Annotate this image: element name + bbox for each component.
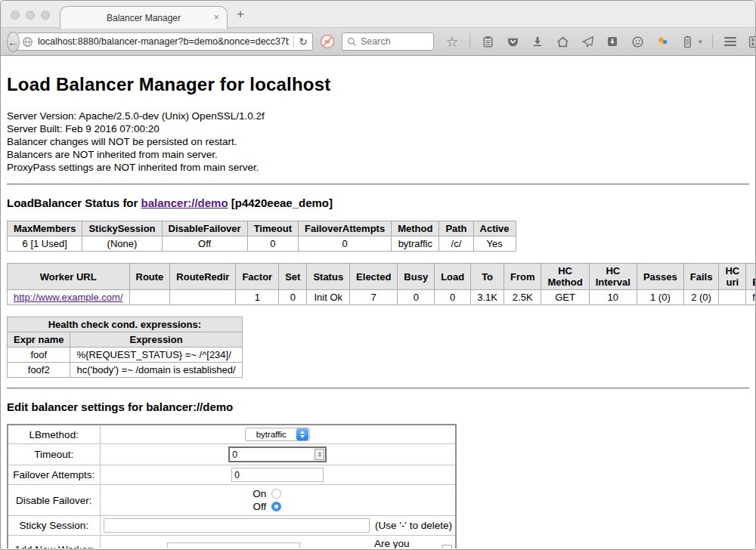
col-load: Load (435, 264, 471, 290)
tab-balancer-manager[interactable]: Balancer Manager × (60, 6, 228, 29)
col-set: Set (279, 264, 307, 290)
persist-note-line: Balancer changes will NOT be persisted o… (7, 135, 749, 148)
col-disablefailover: DisableFailover (162, 221, 247, 236)
timeout-label: Timeout: (8, 444, 100, 465)
cell-routeredir (170, 290, 236, 305)
form-row-sticky: Sticky Session: (Use '-' to delete) (8, 516, 456, 536)
col-status: Status (307, 264, 350, 290)
colored-dots-extension-icon[interactable] (655, 34, 670, 49)
reload-icon[interactable]: ↻ (299, 36, 308, 48)
table-header-row: Worker URL Route RouteRedir Factor Set S… (8, 264, 756, 290)
cell-stickysession: (None) (82, 236, 162, 252)
url-text[interactable]: localhost:8880/balancer-manager?b=demo&n… (38, 36, 289, 47)
chevron-down-icon[interactable]: ▾ (699, 38, 702, 45)
cell-set: 0 (279, 290, 307, 305)
radio-off[interactable] (271, 502, 281, 511)
table-row: foof %{REQUEST_STATUS} =~ /^[234]/ (8, 348, 243, 363)
sticky-label: Sticky Session: (8, 516, 100, 536)
adblock-icon[interactable] (319, 33, 336, 50)
failover-label: Failover Attempts: (8, 465, 100, 485)
globe-icon (22, 36, 33, 48)
toolbar-separator (469, 34, 470, 49)
col-active: Active (473, 221, 516, 236)
status-heading-prefix: LoadBalancer Status for (7, 196, 141, 209)
server-info: Server Version: Apache/2.5.0-dev (Unix) … (7, 110, 749, 174)
timeout-input-wrap (228, 446, 327, 462)
save-to-device-icon[interactable] (605, 34, 620, 49)
col-hc-method: HC Method (541, 264, 589, 290)
table-row: 6 [1 Used] (None) Off 0 0 bytraffic /c/ … (8, 236, 516, 252)
minimize-window-button[interactable] (26, 11, 35, 20)
tab-close-icon[interactable]: × (213, 11, 219, 23)
worker-url-link[interactable]: http://www.example.com/ (14, 292, 123, 303)
bookmark-star-icon[interactable]: ☆ (445, 34, 460, 49)
radio-on-row: On (104, 487, 453, 500)
cell-path: /c/ (439, 236, 473, 252)
status-heading: LoadBalancer Status for balancer://demo … (7, 196, 749, 209)
disable-failover-label: Disable Failover: (8, 485, 100, 516)
url-divider (293, 36, 294, 48)
form-row-disable-failover: Disable Failover: On Off (8, 485, 456, 516)
menu-hamburger-icon[interactable] (723, 34, 738, 49)
lbmethod-select[interactable]: bytraffic (245, 428, 310, 441)
col-route: Route (129, 264, 170, 290)
col-fails: Fails (683, 264, 719, 290)
radio-on[interactable] (271, 489, 281, 499)
cell-active: Yes (473, 236, 516, 252)
home-icon[interactable] (555, 34, 570, 49)
close-window-button[interactable] (11, 11, 20, 20)
cell-expr-name: foof2 (8, 363, 70, 378)
search-bar[interactable] (342, 32, 434, 51)
col-routeredir: RouteRedir (170, 264, 236, 290)
download-icon[interactable] (530, 34, 545, 49)
pocket-icon[interactable] (505, 34, 520, 49)
col-hc-uri: HC uri (719, 264, 746, 290)
table-header-row: Expr name Expression (8, 332, 243, 348)
window-controls (11, 11, 50, 20)
table-row: http://www.example.com/ 1 0 Init Ok 7 0 … (8, 290, 756, 305)
failover-attempts-input[interactable] (231, 468, 324, 482)
col-path: Path (439, 221, 473, 236)
cell-expr-name: foof (8, 348, 70, 363)
cell-hc-expr: foof2 (746, 290, 755, 305)
sticky-hint: (Use '-' to delete) (375, 520, 452, 531)
toolbar-buttons: ☆ (445, 34, 756, 49)
balancer-status-table: MaxMembers StickySession DisableFailover… (7, 221, 516, 252)
col-factor: Factor (236, 264, 279, 290)
cell-load: 0 (435, 290, 471, 305)
add-worker-input[interactable] (167, 542, 300, 549)
table-caption-row: Health check cond. expressions: (8, 317, 243, 332)
tab-grid-icon[interactable] (748, 34, 756, 49)
balancer-demo-link[interactable]: balancer://demo (141, 196, 228, 209)
cell-expression: %{REQUEST_STATUS} =~ /^[234]/ (70, 348, 242, 363)
clipboard-icon[interactable] (480, 34, 495, 49)
timeout-input[interactable] (230, 450, 314, 460)
search-input[interactable] (361, 36, 429, 47)
are-you-sure-checkbox[interactable] (442, 545, 452, 549)
edit-balancer-form: LBmethod: bytraffic Timeout: (7, 424, 457, 548)
col-expression: Expression (70, 332, 242, 348)
new-tab-button[interactable]: + (237, 7, 244, 22)
back-button[interactable]: ← (7, 32, 20, 52)
send-plane-icon[interactable] (580, 34, 595, 49)
col-busy: Busy (398, 264, 435, 290)
col-from: From (503, 264, 541, 290)
cell-fails: 2 (0) (683, 290, 719, 305)
col-maxmembers: MaxMembers (8, 221, 82, 236)
divider (7, 388, 749, 389)
chat-smiley-icon[interactable] (630, 34, 645, 49)
health-check-table: Health check cond. expressions: Expr nam… (7, 317, 243, 378)
form-row-timeout: Timeout: (8, 444, 456, 465)
lbmethod-label: LBmethod: (8, 425, 100, 444)
divider (7, 184, 749, 185)
battery-clipboard-icon[interactable] (680, 34, 695, 49)
zoom-window-button[interactable] (41, 11, 50, 20)
sticky-session-input[interactable] (104, 518, 370, 533)
cell-from: 2.5K (503, 290, 541, 305)
cell-hc-method: GET (541, 290, 589, 305)
worker-table: Worker URL Route RouteRedir Factor Set S… (7, 263, 755, 305)
col-timeout: Timeout (247, 221, 298, 236)
url-bar[interactable]: localhost:8880/balancer-manager?b=demo&n… (17, 32, 313, 51)
number-spinner-icon[interactable] (314, 449, 324, 460)
cell-hc-uri (719, 290, 746, 305)
